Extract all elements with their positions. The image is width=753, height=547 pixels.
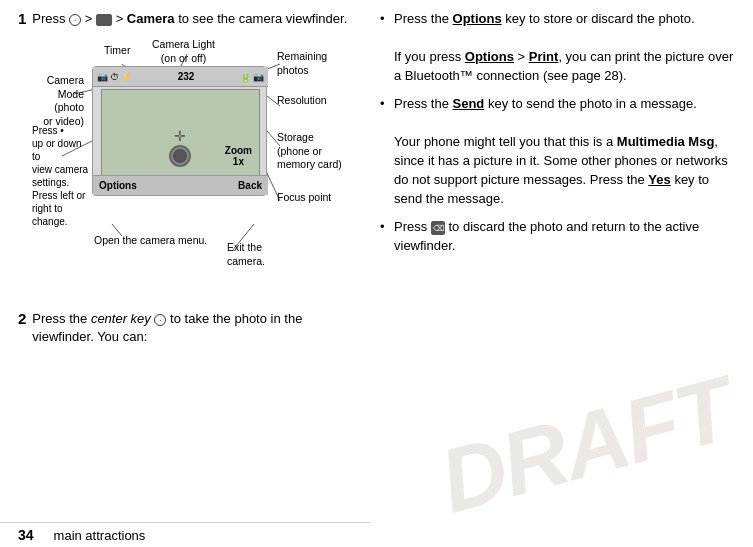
bullet-item-2: Press the Send key to send the photo in … bbox=[380, 95, 735, 208]
cam-status-icon3: ⚡ bbox=[121, 72, 132, 82]
left-column: 1 Press · > > Camera to see the camera v… bbox=[0, 0, 370, 547]
cam-status-icon1: 📷 bbox=[97, 72, 108, 82]
camera-light-label: Camera Light (on or off) bbox=[152, 38, 215, 65]
step-2: 2 Press the center key · to take the pho… bbox=[18, 310, 360, 346]
step-2-text: Press the center key · to take the photo… bbox=[32, 310, 360, 346]
right-column: Press the Options key to store or discar… bbox=[370, 0, 753, 547]
photo-count: 232 bbox=[178, 71, 195, 82]
camera-lens-inner bbox=[173, 149, 187, 163]
camera-bottom-bar: Options Back bbox=[93, 175, 268, 195]
storage-label: Storage (phone or memory card) bbox=[277, 131, 372, 172]
cam-status-icon2: ⏱ bbox=[110, 72, 119, 82]
zoom-label: Zoom bbox=[225, 145, 252, 156]
camera-mode-label: Camera Mode (photo or video) bbox=[32, 74, 84, 129]
camera-status-bar: 📷 ⏱ ⚡ 232 🔋 📷 bbox=[93, 67, 268, 87]
page-footer: 34 main attractions bbox=[0, 522, 370, 547]
center-key-icon: · bbox=[154, 314, 166, 326]
options-key-term: Options bbox=[453, 11, 502, 26]
page-section: main attractions bbox=[54, 528, 146, 543]
page-number: 34 bbox=[18, 527, 34, 543]
camera-link: Camera bbox=[127, 11, 175, 26]
bullet-item-3: Press ⌫ to discard the photo and return … bbox=[380, 218, 735, 256]
yes-key-term: Yes bbox=[648, 172, 670, 187]
step-2-number: 2 bbox=[18, 310, 26, 346]
focus-point-label: Focus point bbox=[277, 191, 367, 205]
back-button-label[interactable]: Back bbox=[238, 180, 262, 191]
send-key-term: Send bbox=[453, 96, 485, 111]
bullet-item-1: Press the Options key to store or discar… bbox=[380, 10, 735, 85]
nav-center-icon: · bbox=[69, 14, 81, 26]
exit-camera-label: Exit the camera. bbox=[227, 241, 307, 268]
multimedia-msg-term: Multimedia Msg bbox=[617, 134, 715, 149]
camera-menu-icon bbox=[96, 14, 112, 26]
remaining-photos-label: Remaining photos bbox=[277, 50, 367, 77]
cam-icon-r1: 🔋 bbox=[240, 72, 251, 82]
camera-body: 📷 ⏱ ⚡ 232 🔋 📷 ✛ Zoom bbox=[92, 66, 267, 196]
options-button-label[interactable]: Options bbox=[99, 180, 137, 191]
end-key-icon: ⌫ bbox=[431, 221, 445, 235]
step-1-text: Press · > > Camera to see the camera vie… bbox=[32, 10, 347, 28]
step-1-number: 1 bbox=[18, 10, 26, 28]
zoom-value: 1x bbox=[225, 156, 252, 167]
bullet-list: Press the Options key to store or discar… bbox=[380, 10, 735, 256]
timer-label: Timer bbox=[104, 44, 130, 58]
camera-mode-icons: 📷 ⏱ ⚡ bbox=[97, 72, 132, 82]
draft-watermark: DRAFT bbox=[430, 358, 742, 534]
cam-icon-r2: 📷 bbox=[253, 72, 264, 82]
page-container: 1 Press · > > Camera to see the camera v… bbox=[0, 0, 753, 547]
open-camera-menu-label: Open the camera menu. bbox=[94, 234, 207, 248]
camera-diagram: 📷 ⏱ ⚡ 232 🔋 📷 ✛ Zoom bbox=[32, 36, 372, 306]
step-1: 1 Press · > > Camera to see the camera v… bbox=[18, 10, 360, 28]
nav-instructions-label: Press • up or down to view camera settin… bbox=[32, 124, 90, 228]
crosshair: ✛ bbox=[174, 128, 186, 144]
options-print-term: Options bbox=[465, 49, 514, 64]
resolution-label: Resolution bbox=[277, 94, 367, 108]
right-icons: 🔋 📷 bbox=[240, 72, 264, 82]
print-term: Print bbox=[529, 49, 559, 64]
zoom-info: Zoom 1x bbox=[225, 145, 252, 167]
